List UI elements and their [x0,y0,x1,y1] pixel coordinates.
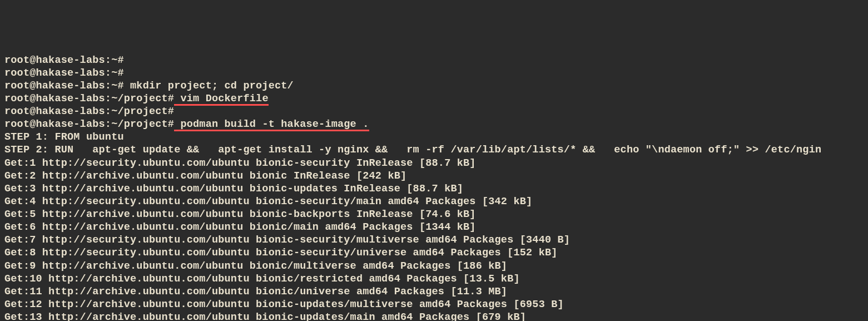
prompt-line: root@hakase-labs:~# mkdir project; cd pr… [4,80,864,92]
shell-command: podman build -t hakase-image . [174,118,369,130]
output-line: Get:2 http://archive.ubuntu.com/ubuntu b… [4,170,864,182]
prompt-line: root@hakase-labs:~/project# [4,105,864,118]
output-line: Get:12 http://archive.ubuntu.com/ubuntu … [4,298,864,311]
output-line: Get:1 http://security.ubuntu.com/ubuntu … [4,157,864,170]
output-line: Get:9 http://archive.ubuntu.com/ubuntu b… [4,260,864,273]
shell-prompt: root@hakase-labs:~# [4,80,124,92]
shell-command: vim Dockerfile [174,93,269,105]
output-line: Get:7 http://security.ubuntu.com/ubuntu … [4,234,864,246]
prompt-line: root@hakase-labs:~# [4,67,864,80]
terminal-output[interactable]: root@hakase-labs:~#root@hakase-labs:~#ro… [4,54,864,322]
output-line: Get:13 http://archive.ubuntu.com/ubuntu … [4,311,864,321]
prompt-line: root@hakase-labs:~/project# podman build… [4,118,864,131]
shell-command: mkdir project; cd project/ [124,80,294,92]
output-line: Get:4 http://security.ubuntu.com/ubuntu … [4,195,864,208]
shell-prompt: root@hakase-labs:~# [4,55,124,66]
output-line: Get:3 http://archive.ubuntu.com/ubuntu b… [4,182,864,195]
prompt-line: root@hakase-labs:~# [4,54,864,67]
output-line: Get:6 http://archive.ubuntu.com/ubuntu b… [4,221,864,234]
shell-prompt: root@hakase-labs:~/project# [4,118,174,130]
shell-prompt: root@hakase-labs:~# [4,67,124,79]
output-line: STEP 2: RUN apt-get update && apt-get in… [4,144,864,156]
output-line: Get:8 http://security.ubuntu.com/ubuntu … [4,246,864,259]
shell-prompt: root@hakase-labs:~/project# [4,106,174,117]
output-line: Get:11 http://archive.ubuntu.com/ubuntu … [4,285,864,298]
output-line: STEP 1: FROM ubuntu [4,131,864,144]
output-line: Get:5 http://archive.ubuntu.com/ubuntu b… [4,208,864,221]
output-line: Get:10 http://archive.ubuntu.com/ubuntu … [4,273,864,285]
prompt-line: root@hakase-labs:~/project# vim Dockerfi… [4,92,864,105]
shell-prompt: root@hakase-labs:~/project# [4,93,174,105]
